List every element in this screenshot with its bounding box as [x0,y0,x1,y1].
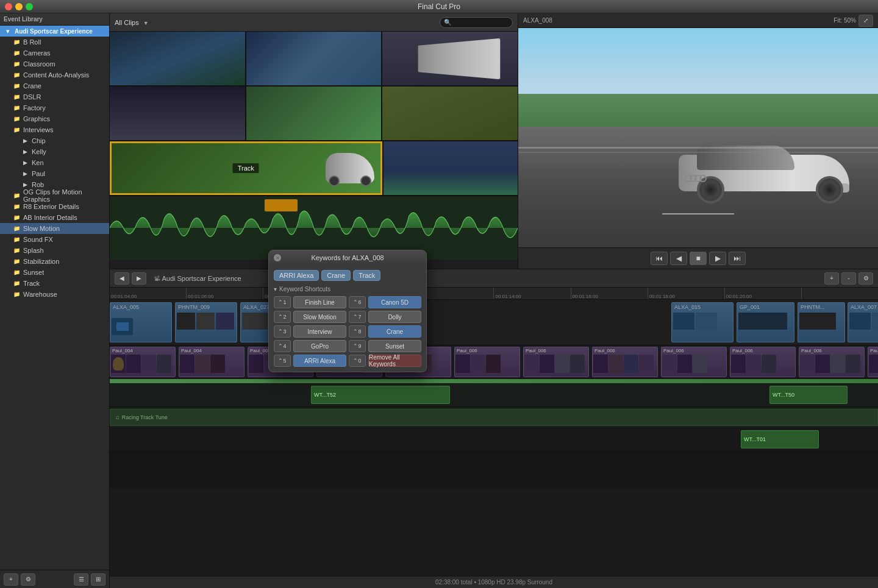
timeline-clip-paul006-f[interactable]: Paul_006 [799,347,865,377]
timeline-settings-button[interactable]: ⚙ [858,272,873,285]
clip-thumb[interactable] [246,32,383,85]
sidebar-library-root[interactable]: ▾ Audi Sportscar Experience [0,26,109,37]
timeline-clip-paul006-e[interactable]: Paul_006 [730,347,796,377]
applied-keywords: ARRI Alexa Crane Track [274,270,421,281]
shortcut-btn-gopro[interactable]: GoPro [293,340,346,352]
shortcut-btn-interview[interactable]: Interview [293,325,346,338]
timeline-clip-gp001[interactable]: GP_001 [737,302,794,342]
timeline-clip-paul004-a[interactable]: Paul_004 [110,347,176,377]
clip-thumb[interactable] [382,32,518,85]
audio-clip-wt-t50[interactable]: WT...T50 [769,386,848,404]
search-input[interactable] [440,17,513,28]
clip-thumb[interactable] [382,87,518,140]
list-view-button[interactable]: ☰ [74,573,88,586]
sidebar-item-warehouse[interactable]: 📁 Warehouse [0,289,109,300]
shortcut-btn-finish-line[interactable]: Finish Line [293,296,346,308]
audio-clip-racing-track[interactable]: ♫Racing Track Tune [110,409,878,426]
shortcut-key-0: ⌃0 [349,355,366,367]
add-event-button[interactable]: + [4,573,18,586]
minimize-button[interactable] [15,3,23,10]
timeline-clip-paul006-b[interactable]: Paul_006 [523,347,589,377]
shortcut-btn-canon5d[interactable]: Canon 5D [368,296,421,308]
play-reverse-button[interactable]: ◀ [670,252,687,265]
grid-view-button[interactable]: ⊞ [91,573,105,586]
audio-clip-wt-t52[interactable]: WT...T52 [311,386,450,404]
sidebar-item-label: Factory [23,104,46,112]
play-button[interactable]: ▶ [709,252,726,265]
sidebar-item-classroom[interactable]: 📁 Classroom [0,58,109,69]
sidebar-item-stabilization[interactable]: 📁 Stabilization [0,256,109,267]
sidebar-item-crane[interactable]: 📁 Crane [0,80,109,91]
shortcut-btn-dolly[interactable]: Dolly [368,311,421,323]
maximize-button[interactable] [26,3,33,10]
sidebar-item-label: OG Clips for Motion Graphics [23,188,105,203]
sidebar-item-kelly[interactable]: ▶ Kelly [0,146,109,157]
fullscreen-button[interactable]: ⤢ [858,15,873,27]
forward-button[interactable]: ▶ [132,272,146,285]
clip-thumb[interactable] [110,87,246,140]
shortcut-btn-sunset[interactable]: Sunset [368,340,421,352]
sidebar-item-dslr[interactable]: 📁 DSLR [0,91,109,102]
shortcut-btn-crane[interactable]: Crane [368,325,421,338]
sidebar-item-r8-interior[interactable]: 📁 AB Interior Details [0,212,109,223]
audio-track-3: WT...T01 [110,428,878,452]
racing-track-icon: ♫ [115,414,120,420]
folder-icon: 📁 [12,82,21,90]
shortcut-btn-remove-all[interactable]: Remove All Keywords [368,355,421,367]
timeline-clip-phntm003[interactable]: PHNTM... [798,302,845,342]
sidebar-item-content-auto-analysis[interactable]: 📁 Content Auto-Analysis [0,69,109,80]
sidebar-item-slow-motion[interactable]: 📁 Slow Motion [0,223,109,234]
settings-button[interactable]: ⚙ [21,573,35,586]
sidebar-item-splash[interactable]: 📁 Splash [0,245,109,256]
back-button[interactable]: ◀ [115,272,129,285]
clip-thumb-selected[interactable]: Track [110,141,382,195]
sidebar-item-sunset[interactable]: 📁 Sunset [0,267,109,278]
audio-clip-wt-t01[interactable]: WT...T01 [741,430,819,448]
keyword-tag-crane[interactable]: Crane [321,270,351,281]
sidebar-item-og-clips[interactable]: 📁 OG Clips for Motion Graphics [0,190,109,201]
stop-button[interactable]: ■ [690,252,707,265]
sidebar-item-graphics[interactable]: 📁 Graphics [0,113,109,124]
zoom-out-button[interactable]: - [841,272,856,285]
go-to-start-button[interactable]: ⏮ [651,252,668,265]
browser-panel: All Clips ▼ [110,13,518,269]
timeline-clip-paul006-c[interactable]: Paul_006 [592,347,658,377]
window-controls[interactable] [5,3,33,10]
timeline-clip-paul006-d[interactable]: Paul_006 [661,347,727,377]
timeline-clip-alxa005[interactable]: ALXA_005 [110,302,172,342]
keyword-tag-track[interactable]: Track [353,270,380,281]
dialog-title-bar: ✕ Keywords for ALXA_008 [269,250,426,265]
viewer-transport: ⏮ ◀ ■ ▶ ⏭ [518,247,878,269]
timeline-clip-alxa015[interactable]: ALXA_015 [671,302,733,342]
sidebar-item-ken[interactable]: ▶ Ken [0,157,109,168]
go-to-end-button[interactable]: ⏭ [729,252,746,265]
dialog-close-button[interactable]: ✕ [274,254,281,261]
clip-thumb[interactable] [246,87,383,140]
shortcut-btn-slow-motion[interactable]: Slow Motion [293,311,346,323]
keyword-tag-arri-alexa[interactable]: ARRI Alexa [274,270,319,281]
zoom-in-button[interactable]: + [824,272,839,285]
folder-icon: 📁 [12,93,21,101]
sidebar-item-interviews[interactable]: 📁 Interviews [0,124,109,135]
browser-toolbar: All Clips ▼ [110,13,518,32]
sidebar-item-sound-fx[interactable]: 📁 Sound FX [0,234,109,245]
sidebar-item-track[interactable]: 📁 Track [0,278,109,289]
sidebar-item-label: Splash [23,247,44,254]
clip-thumb[interactable] [382,141,518,195]
timeline-clip-phntm009[interactable]: PHNTM_009 [175,302,237,342]
sidebar-item-chip[interactable]: ▶ Chip [0,135,109,146]
timeline-clip-paul004-b[interactable]: Paul_004 [179,347,244,377]
timeline-clip-paul006-a[interactable]: Paul_006 [454,347,520,377]
close-button[interactable] [5,3,12,10]
sidebar-item-b-roll[interactable]: 📁 B Roll [0,37,109,48]
clip-thumb[interactable] [110,32,246,85]
sidebar-item-factory[interactable]: 📁 Factory [0,102,109,113]
sidebar-item-label: Sound FX [23,236,53,243]
shortcut-btn-arri-alexa[interactable]: ARRI Alexa [293,355,346,367]
sidebar-item-cameras[interactable]: 📁 Cameras [0,48,109,58]
timeline-clip-paul006-g[interactable]: Paul_006 [868,347,878,377]
content-area: All Clips ▼ [110,13,878,588]
shortcut-key-1: ⌃1 [274,296,291,308]
timeline-clip-alxa007[interactable]: ALXA_007 [848,302,878,342]
sidebar-item-paul[interactable]: ▶ Paul [0,168,109,179]
